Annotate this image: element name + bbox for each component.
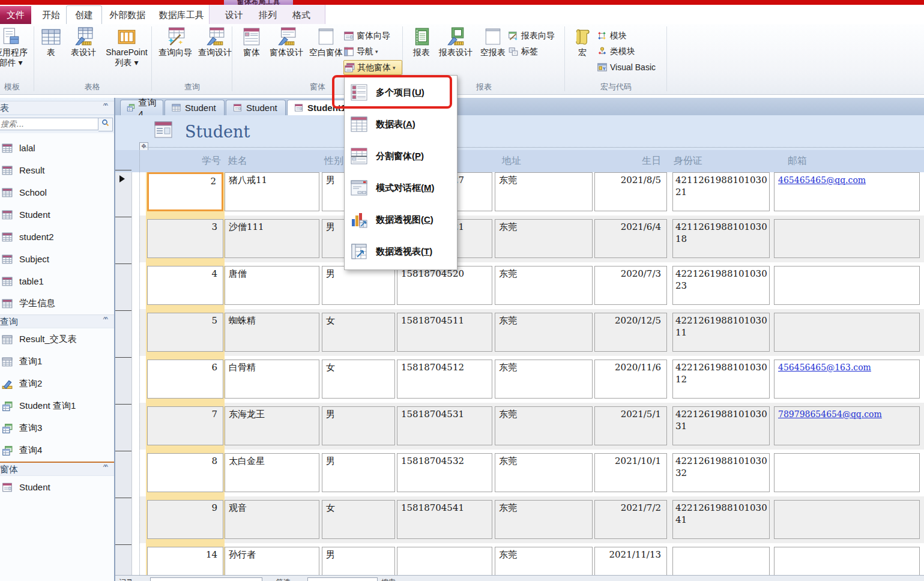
column-header-label[interactable]: 地址 [502,155,574,167]
cell-birth[interactable]: 2021/8/5 [594,172,667,211]
ribbon-small-button[interactable]: 其他窗体▾ [343,60,402,75]
cell-addr[interactable]: 东莞 [495,266,593,305]
contextual-tab-3[interactable]: 格式 [288,6,315,24]
cell-idcard[interactable]: 422126198810103012 [672,360,770,399]
doc-tab[interactable]: Student [165,100,225,115]
cell-phone[interactable]: 15818704512 [397,360,492,399]
cell-email[interactable] [774,219,920,258]
cell-idcard[interactable]: 422126198810103041 [672,500,770,539]
cell-addr[interactable]: 东莞 [495,406,593,445]
nav-item[interactable]: 查询1 [0,351,114,373]
nav-item[interactable]: Subject [0,248,114,270]
nav-item[interactable]: table1 [0,270,114,292]
cell-gender[interactable]: 女 [322,313,395,352]
nav-item[interactable]: Student [0,203,114,226]
ribbon-large-button[interactable]: 空报表 [476,25,510,58]
cell-name[interactable]: 白骨精 [225,360,319,399]
contextual-tab-2[interactable]: 排列 [255,6,281,24]
ribbon-large-button[interactable]: 窗体设计 [268,25,305,58]
nav-item[interactable]: School [0,181,114,203]
cell-email[interactable]: 465465465@qq.com [774,172,920,211]
ribbon-large-button[interactable]: 宏 [569,25,596,58]
email-link[interactable]: 465465465@qq.com [778,175,866,185]
search-icon[interactable] [98,118,113,131]
cell-birth[interactable]: 2021/7/2 [594,500,667,539]
email-link[interactable]: 789798654654@qq.com [778,409,882,419]
cell-idcard[interactable]: 422126198810103023 [672,266,770,305]
cell-addr[interactable]: 东莞 [495,219,593,258]
cell-gender[interactable]: 男 [322,453,395,492]
cell-addr[interactable]: 东莞 [495,500,593,539]
file-tab[interactable]: 文件 [0,6,31,24]
cell-birth[interactable]: 2021/10/1 [594,453,667,492]
cell-name[interactable]: 唐僧 [225,266,319,305]
column-header-label[interactable]: 邮箱 [788,155,872,167]
cell-idcard[interactable]: 422126198810103031 [672,406,770,445]
nav-item[interactable]: 查询3 [0,417,114,439]
ribbon-large-button[interactable]: 表设计 [67,25,100,58]
form-logo-icon[interactable] [154,121,172,138]
cell-idcard[interactable]: 421126198810103021 [672,172,770,211]
cell-idcard[interactable]: 422126198810103032 [672,453,770,492]
ribbon-tab-4[interactable]: 数据库工具 [154,6,209,24]
ribbon-large-button[interactable]: 报表设计 [437,25,474,58]
nav-item[interactable]: Result [0,159,114,181]
menu-item[interactable]: 数据透视表(T) [345,236,457,267]
ribbon-large-button[interactable]: 窗体 [237,25,267,58]
nav-section-header[interactable]: 表^^ [0,101,114,115]
email-link[interactable]: 456456465@163.com [778,363,871,372]
nav-section-header[interactable]: 窗体^^ [0,462,114,476]
cell-id[interactable]: 6 [147,360,223,399]
collapse-chevron-icon[interactable]: ^^ [103,102,107,109]
column-header-label[interactable]: 姓名 [228,155,312,167]
ribbon-tab-2[interactable]: 创建 [66,5,102,25]
nav-item[interactable]: 查询2 [0,373,114,395]
ribbon-tab-1[interactable]: 开始 [37,6,65,24]
cell-name[interactable]: 蜘蛛精 [225,313,319,352]
ribbon-small-button[interactable]: 报表向导 [508,29,563,43]
cell-gender[interactable]: 女 [322,500,395,539]
menu-item[interactable]: 数据表(A) [345,109,457,140]
cell-email[interactable] [774,500,920,539]
column-header-label[interactable]: 学号 [147,155,221,167]
cell-birth[interactable]: 2021/5/1 [594,406,667,445]
cell-phone[interactable]: 15818704541 [397,500,492,539]
form-title[interactable]: Student [185,122,250,141]
cell-phone[interactable]: 15818704531 [397,406,492,445]
cell-birth[interactable]: 2020/11/6 [594,360,667,399]
cell-name[interactable]: 沙僧111 [225,219,319,258]
cell-birth[interactable]: 2020/12/5 [594,313,667,352]
cell-addr[interactable]: 东莞 [495,313,593,352]
cell-name[interactable]: 猪八戒11 [225,172,319,211]
ribbon-small-button[interactable]: 标签 [508,44,563,58]
nav-item[interactable]: Student 查询1 [0,395,114,417]
contextual-tab-1[interactable]: 设计 [221,6,247,24]
cell-id[interactable]: 5 [147,313,223,352]
nav-item[interactable]: student2 [0,226,114,248]
cell-phone[interactable]: 15818704520 [397,266,492,305]
cell-name[interactable]: 东海龙王 [225,406,319,445]
pane-splitter[interactable] [114,98,115,581]
ribbon-small-button[interactable]: 模块 [597,29,664,43]
cell-email[interactable] [774,266,920,305]
cell-addr[interactable]: 东莞 [495,360,593,399]
cell-idcard[interactable]: 422126198810103011 [672,313,770,352]
cell-id[interactable]: 8 [147,453,223,492]
doc-tab[interactable]: Student [226,100,286,115]
menu-item[interactable]: 数据透视图(C) [345,204,457,235]
record-search-box[interactable] [307,577,378,581]
cell-addr[interactable]: 东莞 [495,453,593,492]
cell-email[interactable]: 789798654654@qq.com [774,406,920,445]
ribbon-large-button[interactable]: 表 [37,25,65,58]
nav-item[interactable]: 学生信息 [0,292,114,315]
cell-id[interactable]: 3 [147,219,223,258]
menu-item[interactable]: 模式对话框(M) [345,172,457,203]
cell-idcard[interactable]: 421126198810103018 [672,219,770,258]
menu-item[interactable]: 分割窗体(P) [345,140,457,172]
nav-item[interactable]: Result_交叉表 [0,328,114,351]
ribbon-small-button[interactable]: 导航▾ [343,44,401,58]
column-header-label[interactable]: 身份证 [674,155,758,167]
ribbon-large-button[interactable]: SharePoint 列表 ▾ [101,25,152,68]
cell-id[interactable]: 7 [147,406,223,445]
cell-gender[interactable]: 男 [322,266,395,305]
